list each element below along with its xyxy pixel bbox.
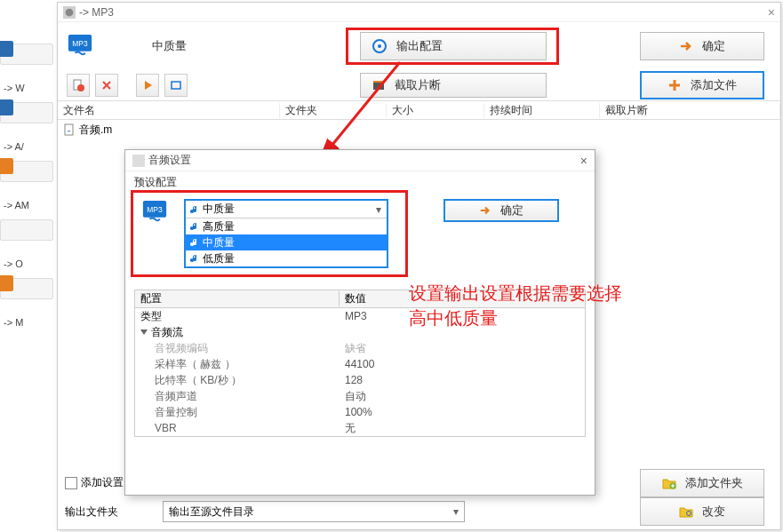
grid-value: 自动: [340, 389, 585, 404]
top-row: MP3 中质量 输出配置 确定: [58, 22, 780, 70]
add-folder-label: 添加文件夹: [685, 475, 743, 491]
th-size[interactable]: 大小: [387, 103, 484, 118]
folder-plus-icon: [662, 476, 676, 490]
output-config-button[interactable]: 输出配置: [360, 32, 547, 60]
file-name: 音频.m: [79, 123, 112, 138]
output-folder-label: 输出文件夹: [65, 504, 118, 520]
mp3-icon: MP3: [67, 33, 93, 60]
sidebar-item[interactable]: [0, 278, 53, 299]
quality-label: 中质量: [152, 38, 187, 54]
dropdown-value: 中质量: [203, 202, 235, 217]
quality-dropdown[interactable]: 中质量 高质量 中质量 低质量: [184, 199, 388, 268]
dialog-confirm-label: 确定: [500, 202, 523, 218]
add-file-label: 添加文件: [691, 77, 737, 93]
clip-button[interactable]: 截取片断: [360, 73, 547, 98]
svg-point-1: [66, 8, 74, 16]
confirm-button[interactable]: 确定: [640, 32, 764, 60]
film-icon: [372, 78, 386, 92]
grid-value: 无: [340, 421, 585, 436]
format-sidebar: -> W -> A/ -> AM -> O -> M: [0, 40, 53, 337]
th-folder[interactable]: 文件夹: [280, 103, 387, 118]
output-row: 输出文件夹 输出至源文件目录 改变: [65, 501, 773, 522]
dropdown-option-low[interactable]: 低质量: [186, 250, 387, 266]
grid-value: 缺省: [340, 341, 585, 356]
window-icon: [170, 79, 182, 91]
annotation-text: 设置输出设置根据需要选择 高中低质量: [409, 281, 622, 330]
add-file-button[interactable]: 添加文件: [640, 71, 764, 99]
toolbar-row: 截取片断 添加文件: [58, 70, 780, 100]
dropdown-option-mid[interactable]: 中质量: [186, 234, 387, 250]
close-icon[interactable]: ×: [768, 5, 775, 20]
note-icon: [189, 221, 200, 232]
th-duration[interactable]: 持续时间: [484, 103, 600, 118]
output-config-label: 输出配置: [396, 38, 443, 54]
sidebar-item[interactable]: [0, 219, 53, 241]
dialog-close-icon[interactable]: ×: [580, 154, 587, 168]
add-settings-checkbox[interactable]: [65, 477, 77, 489]
file-minus-icon: [72, 79, 84, 91]
grid-value: 128: [340, 374, 585, 386]
dialog-icon: [132, 155, 145, 167]
grid-row[interactable]: 比特率（ KB/秒 ）128: [135, 372, 585, 388]
svg-text:MP3: MP3: [72, 39, 88, 48]
grid-key: 音频声道: [135, 389, 340, 404]
clip-label: 截取片断: [395, 77, 441, 93]
dialog-confirm-button[interactable]: 确定: [443, 199, 559, 222]
dialog-title: 音频设置: [148, 153, 191, 168]
grid-key: 采样率（ 赫兹 ）: [135, 357, 340, 372]
mp3-icon: MP3: [141, 199, 168, 226]
svg-rect-10: [373, 81, 384, 83]
preset-box: MP3 中质量 高质量 中质量 低质量 确定: [134, 194, 586, 274]
add-folder-button[interactable]: 添加文件夹: [640, 469, 764, 497]
output-folder-select[interactable]: 输出至源文件目录: [163, 501, 465, 522]
window-title: -> MP3: [79, 6, 114, 19]
add-settings-label: 添加设置: [81, 475, 124, 490]
note-icon: [189, 204, 200, 215]
x-icon: [100, 79, 113, 91]
svg-point-5: [378, 44, 381, 48]
sidebar-label: -> M: [4, 317, 53, 328]
table-row[interactable]: 音频.m: [58, 120, 780, 139]
svg-point-7: [77, 84, 84, 91]
grid-value: 44100: [340, 358, 585, 370]
grid-key: 音量控制: [135, 405, 340, 420]
svg-rect-8: [172, 82, 180, 89]
sidebar-label: -> W: [4, 83, 53, 93]
output-folder-value: 输出至源文件目录: [169, 504, 254, 520]
sidebar-label: -> AM: [4, 200, 53, 210]
note-icon: [189, 237, 200, 248]
gear-icon: [372, 38, 388, 54]
grid-row[interactable]: 音量控制100%: [135, 404, 585, 420]
titlebar: -> MP3 ×: [58, 3, 780, 22]
th-clip[interactable]: 截取片断: [600, 103, 780, 118]
audio-file-icon: [63, 123, 76, 136]
play-icon: [141, 79, 154, 91]
grid-row[interactable]: 音频声道自动: [135, 388, 585, 404]
play-button[interactable]: [136, 74, 159, 97]
remove-file-button[interactable]: [67, 74, 90, 97]
grid-key: 类型: [135, 309, 340, 324]
app-icon: [63, 6, 76, 19]
folder-search-icon: [679, 504, 693, 519]
sidebar-item[interactable]: [0, 161, 53, 182]
plus-icon: [667, 78, 682, 92]
grid-value: 100%: [340, 406, 585, 418]
dropdown-option-high[interactable]: 高质量: [186, 218, 387, 234]
grid-row[interactable]: 采样率（ 赫兹 ）44100: [135, 356, 585, 372]
change-label: 改变: [702, 504, 725, 520]
delete-button[interactable]: [95, 74, 118, 97]
grid-row[interactable]: 音视频编码缺省: [135, 340, 585, 356]
sidebar-item[interactable]: [0, 102, 53, 123]
grid-key: 音频流: [135, 325, 340, 340]
grid-key: VBR: [135, 422, 340, 434]
dropdown-selected[interactable]: 中质量: [186, 201, 387, 218]
sidebar-item[interactable]: [0, 44, 53, 65]
note-icon: [189, 253, 200, 264]
th-name[interactable]: 文件名: [58, 103, 280, 118]
confirm-label: 确定: [702, 38, 725, 54]
grid-key: 比特率（ KB/秒 ）: [135, 373, 340, 388]
grid-row[interactable]: VBR无: [135, 420, 585, 436]
view-button[interactable]: [164, 74, 188, 97]
change-button[interactable]: 改变: [640, 497, 764, 526]
svg-rect-11: [65, 124, 73, 135]
